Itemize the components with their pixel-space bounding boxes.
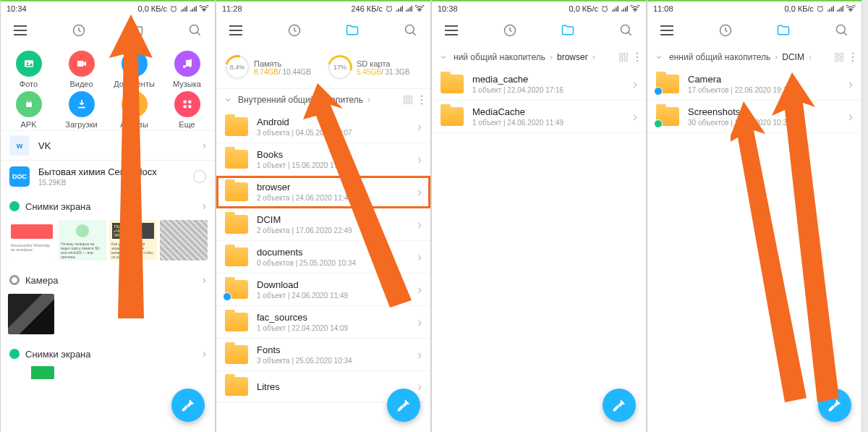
storage-button[interactable] bbox=[775, 22, 791, 38]
menu-button[interactable] bbox=[659, 22, 675, 38]
wifi-icon bbox=[199, 5, 209, 12]
view-grid-icon[interactable] bbox=[403, 95, 413, 105]
svg-point-0 bbox=[171, 7, 176, 12]
status-time: 10:38 bbox=[438, 4, 458, 13]
select-circle[interactable] bbox=[193, 170, 206, 183]
recent-button[interactable] bbox=[71, 22, 87, 38]
storage-button[interactable] bbox=[560, 22, 576, 38]
chevron-right-icon: › bbox=[633, 77, 637, 92]
signal-icon-2 bbox=[836, 5, 843, 12]
storage-button[interactable] bbox=[344, 22, 360, 38]
folder-sub: 17 объектов | 22.06.2020 19:15 bbox=[688, 86, 791, 94]
cat-photo[interactable]: Фото bbox=[2, 51, 55, 88]
folder-title: Android bbox=[257, 117, 352, 127]
wifi-icon bbox=[414, 5, 425, 12]
clock-icon bbox=[718, 23, 733, 38]
folder-books[interactable]: Books1 объект | 15.06.2020 17:12› bbox=[216, 143, 430, 176]
chevron-right-icon: › bbox=[417, 119, 422, 135]
clean-fab[interactable] bbox=[818, 389, 851, 422]
cat-archives[interactable]: Архивы bbox=[108, 91, 161, 129]
folder-download[interactable]: Download1 объект | 24.06.2020 11:49› bbox=[216, 274, 430, 306]
menu-button[interactable] bbox=[228, 22, 244, 38]
ring-icon: 17% bbox=[323, 51, 357, 84]
storage-sd[interactable]: 17% SD карта 5.45GB/ 31.3GB bbox=[326, 52, 423, 82]
folder-media-cache[interactable]: media_cache1 объект | 22.04.2020 17:16› bbox=[432, 68, 646, 101]
more-vert-icon[interactable] bbox=[420, 95, 423, 105]
svg-rect-23 bbox=[409, 101, 412, 103]
folder-screenshots[interactable]: Screenshots30 объектов | 25.06.2020 10:3… bbox=[647, 101, 861, 133]
chevron-right-icon: › bbox=[592, 52, 595, 62]
recent-doc[interactable]: DOC Бытовая химия Сем....docx 15.29KB bbox=[1, 160, 215, 192]
folder-list: Camera17 объектов | 22.06.2020 19:15› Sc… bbox=[647, 68, 861, 133]
folder-sub: 3 объекта | 25.05.2020 10:34 bbox=[257, 357, 352, 365]
svg-rect-21 bbox=[409, 96, 412, 99]
cat-video[interactable]: Видео bbox=[55, 51, 108, 88]
menu-button[interactable] bbox=[12, 22, 28, 38]
cat-more[interactable]: Еще bbox=[161, 91, 213, 129]
svg-point-46 bbox=[852, 56, 854, 59]
folder-fonts[interactable]: Fonts3 объекта | 25.05.2020 10:34› bbox=[216, 339, 430, 371]
svg-point-2 bbox=[190, 25, 198, 34]
breadcrumb[interactable]: ний общий накопитель › browser › bbox=[432, 46, 646, 68]
section-screenshots[interactable]: Снимки экрана › bbox=[1, 192, 215, 217]
search-icon bbox=[835, 23, 849, 38]
search-button[interactable] bbox=[403, 22, 419, 38]
folder-fac-sources[interactable]: fac_sources1 объект | 22.04.2020 14:09› bbox=[216, 306, 430, 339]
view-grid-icon[interactable] bbox=[834, 52, 844, 62]
breadcrumb[interactable]: енний общий накопитель › DCIM › bbox=[647, 46, 861, 68]
recent-button[interactable] bbox=[502, 22, 518, 38]
cat-music[interactable]: Музыка bbox=[161, 51, 213, 88]
svg-point-28 bbox=[603, 7, 608, 12]
folder-outline-icon bbox=[345, 23, 359, 38]
search-button[interactable] bbox=[834, 22, 850, 38]
recent-button[interactable] bbox=[286, 22, 302, 38]
chevron-down-icon bbox=[439, 53, 448, 62]
image-icon bbox=[23, 58, 35, 69]
clean-fab[interactable] bbox=[387, 389, 420, 422]
recent-button[interactable] bbox=[718, 22, 733, 38]
thumb[interactable]: Используйте WhatsApp на телефоне bbox=[8, 220, 56, 261]
breadcrumb[interactable]: Внутренний общий накопитель › bbox=[216, 88, 430, 111]
thumb[interactable] bbox=[8, 366, 54, 379]
folder-android[interactable]: Android3 объекта | 04.05.2020 10:07› bbox=[216, 111, 430, 143]
badge-icon bbox=[654, 87, 663, 96]
storage-internal[interactable]: 8.4% Память 8.74GB/ 10.44GB bbox=[224, 52, 320, 82]
cat-label: APK bbox=[20, 120, 36, 129]
cat-docs[interactable]: Документы bbox=[108, 51, 161, 88]
status-time: 11:28 bbox=[222, 4, 242, 13]
folder-documents[interactable]: documents0 объектов | 25.05.2020 10:34› bbox=[216, 241, 430, 274]
clean-fab[interactable] bbox=[603, 389, 636, 422]
folder-title: Screenshots bbox=[688, 106, 791, 117]
status-bar: 11:28 246 КБ/с bbox=[216, 0, 430, 14]
section-title: Снимки экрана bbox=[25, 201, 91, 212]
screenshot-thumbs: Используйте WhatsApp на телефоне Почему … bbox=[1, 217, 215, 266]
folder-sub: 30 объектов | 25.06.2020 10:38 bbox=[688, 119, 791, 127]
folder-dcim[interactable]: DCIM2 объекта | 17.06.2020 22:49› bbox=[216, 208, 430, 241]
search-button[interactable] bbox=[187, 22, 203, 38]
chevron-down-icon bbox=[224, 96, 232, 104]
menu-button[interactable] bbox=[443, 22, 459, 38]
folder-browser[interactable]: browser2 объекта | 24.06.2020 11:49› bbox=[216, 176, 430, 208]
cat-apk[interactable]: APK bbox=[2, 91, 55, 129]
svg-point-47 bbox=[852, 60, 854, 62]
chevron-right-icon: › bbox=[417, 315, 422, 330]
storage-name: Память bbox=[254, 59, 311, 68]
broom-icon bbox=[396, 397, 412, 413]
thumb[interactable]: ТЕЛЕФОН «ЧЕРНЫЙ» ЭКРАНКак увидеть черный… bbox=[109, 220, 157, 261]
svg-rect-12 bbox=[183, 101, 186, 103]
section-screenshots-2[interactable]: Снимки экрана › bbox=[1, 340, 215, 365]
more-vert-icon[interactable] bbox=[636, 52, 639, 62]
recent-vk[interactable]: w VK › bbox=[1, 130, 215, 160]
section-camera[interactable]: Камера › bbox=[1, 266, 215, 291]
folder-camera[interactable]: Camera17 объектов | 22.06.2020 19:15› bbox=[647, 68, 861, 101]
thumb[interactable] bbox=[160, 220, 208, 261]
clean-fab[interactable] bbox=[171, 389, 205, 422]
thumb[interactable]: Почему телефон не видит карту памяти SD … bbox=[59, 220, 106, 261]
storage-button[interactable] bbox=[129, 22, 145, 38]
cat-downloads[interactable]: Загрузки bbox=[55, 91, 108, 129]
more-vert-icon[interactable] bbox=[851, 52, 854, 62]
view-grid-icon[interactable] bbox=[618, 52, 629, 62]
folder-mediacache[interactable]: MediaCache1 объект | 24.06.2020 11:49› bbox=[432, 101, 646, 133]
search-button[interactable] bbox=[618, 22, 634, 38]
thumb[interactable] bbox=[8, 294, 54, 334]
